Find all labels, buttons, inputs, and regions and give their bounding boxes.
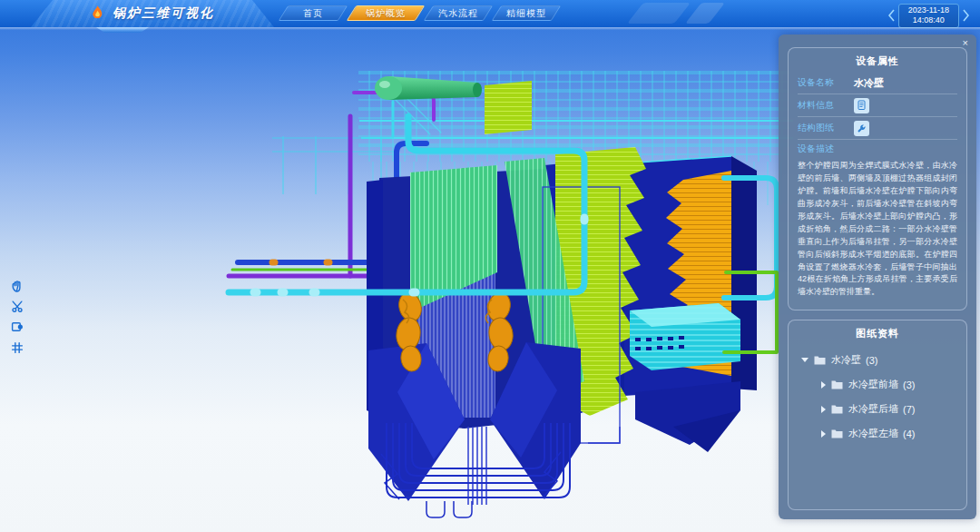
caret-right-icon[interactable] xyxy=(821,381,826,389)
material-info-button[interactable] xyxy=(854,98,869,113)
caret-down-icon[interactable] xyxy=(801,358,808,362)
view-cube-icon xyxy=(11,320,24,333)
pan-hand-tool[interactable] xyxy=(9,278,25,292)
tree-item-waterwall-left[interactable]: 水冷壁左墙 (4) xyxy=(798,421,957,446)
left-toolbar xyxy=(9,278,25,355)
chevron-left-icon xyxy=(888,9,895,22)
flame-icon xyxy=(91,5,104,23)
logo-tongue-decoration xyxy=(96,27,149,33)
grid-tool[interactable] xyxy=(9,340,25,355)
tree-item-waterwall-front[interactable]: 水冷壁前墙 (3) xyxy=(798,372,957,397)
device-description-text: 整个炉膛四周为全焊式膜式水冷壁，由水冷壁的前后墙、两侧墙及顶棚过热器组成封闭炉膛… xyxy=(798,160,957,299)
folder-icon xyxy=(831,379,843,389)
caret-right-icon[interactable] xyxy=(821,430,826,438)
field-material-info: 材料信息 xyxy=(798,94,957,117)
properties-panel-title: 设备属性 xyxy=(798,54,957,68)
folder-icon xyxy=(814,355,826,365)
properties-panel: 设备属性 设备名称 水冷壁 材料信息 结构图纸 xyxy=(788,47,967,310)
header-swoosh-decoration xyxy=(627,3,691,24)
drawings-panel-title: 图纸资料 xyxy=(798,327,957,340)
time-label: 14:08:40 xyxy=(908,15,949,25)
app-title: 锅炉三维可视化 xyxy=(113,5,214,22)
tree-item-waterwall[interactable]: 水冷壁 (3) xyxy=(798,348,957,372)
top-bar: 锅炉三维可视化 首页 锅炉概览 汽水流程 精细模型 2023-11-18 14:… xyxy=(0,0,980,27)
tab-boiler-overview[interactable]: 锅炉概览 xyxy=(351,5,420,21)
folder-icon xyxy=(831,429,843,438)
view-cube-tool[interactable] xyxy=(9,320,25,334)
section-cut-tool[interactable] xyxy=(9,299,25,313)
model-air-heater xyxy=(630,303,740,370)
tab-home[interactable]: 首页 xyxy=(283,5,343,21)
wrench-icon xyxy=(857,123,867,133)
structure-drawing-button[interactable] xyxy=(854,121,869,136)
right-sidebar: × 设备属性 设备名称 水冷壁 材料信息 结构图纸 xyxy=(779,34,976,519)
field-structure-drawing: 结构图纸 xyxy=(798,117,957,140)
device-name-value: 水冷壁 xyxy=(854,76,884,90)
app-logo: 锅炉三维可视化 xyxy=(31,0,274,27)
header-swoosh-decoration xyxy=(685,3,725,24)
tab-fine-model[interactable]: 精细模型 xyxy=(496,5,556,21)
main-nav: 首页 锅炉概览 汽水流程 精细模型 xyxy=(283,5,556,21)
folder-icon xyxy=(831,404,843,414)
tree-item-waterwall-rear[interactable]: 水冷壁后墙 (7) xyxy=(798,397,957,421)
date-label: 2023-11-18 xyxy=(908,5,949,15)
close-icon[interactable]: × xyxy=(961,36,970,50)
chevron-right-icon xyxy=(963,9,969,22)
pan-hand-icon xyxy=(11,279,24,292)
field-device-name: 设备名称 水冷壁 xyxy=(798,72,957,94)
grid-icon xyxy=(11,341,24,354)
field-device-description: 设备描述 xyxy=(798,140,957,158)
model-backpass xyxy=(624,156,757,452)
document-icon xyxy=(857,100,867,111)
scissors-section-icon xyxy=(11,300,24,312)
drawings-tree: 水冷壁 (3) 水冷壁前墙 (3) 水冷壁后墙 xyxy=(798,348,957,446)
caret-right-icon[interactable] xyxy=(821,406,826,413)
drawings-panel: 图纸资料 水冷壁 (3) 水冷壁前墙 (3) xyxy=(788,320,967,510)
datetime-widget: 2023-11-18 14:08:40 xyxy=(888,4,969,28)
app-root: 锅炉三维可视化 首页 锅炉概览 汽水流程 精细模型 2023-11-18 14:… xyxy=(0,0,980,532)
tab-steam-water-flow[interactable]: 汽水流程 xyxy=(428,5,488,21)
